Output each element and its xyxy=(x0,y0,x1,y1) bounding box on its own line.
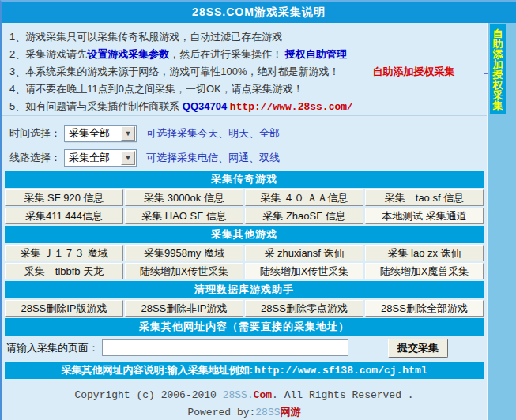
line-select-label: 线路选择： xyxy=(9,151,61,165)
auth-manage-link[interactable]: 授权自助管理 xyxy=(285,48,347,60)
note-bar: 采集其他网址内容说明:输入采集地址例如: http://www.sf138.co… xyxy=(5,362,484,379)
collect-3000ok-button[interactable]: 采集 3000ok 信息 xyxy=(125,189,243,206)
section-header-cleanup: 清理数据库游戏助手 xyxy=(5,281,484,298)
delete-ip-games-button[interactable]: 28SS删除IP版游戏 xyxy=(5,300,123,317)
instruction-2-mid: ，然后在进行采集操作！ xyxy=(169,48,285,60)
collect-laozx-button[interactable]: 采集 lao zx 诛仙 xyxy=(365,245,484,261)
body-row: 1、游戏采集只可以采集传奇私服游戏，自动过滤已存在游戏 2、采集游戏请先设置游戏… xyxy=(2,23,516,420)
right-sidebar: 自助添加授权采集 xyxy=(488,23,516,420)
url-form: 请输入采集的页面： 提交采集 xyxy=(2,336,487,360)
instruction-3-text: 3、本系统采集的游戏来源于网络，游戏可靠性100%，绝对都是新游戏！ xyxy=(9,63,339,81)
homepage-link[interactable]: http://www.28ss.com/ xyxy=(230,101,353,113)
line-select-value: 采集全部 xyxy=(65,151,121,165)
example-url-link[interactable]: http://www.sf138.com/cj.html xyxy=(254,365,427,377)
page-title: 28SS.COM游戏采集说明 xyxy=(2,2,516,23)
table-row: 采集 Ｊ１７３ 魔域 采集9958my 魔域 采 zhuxiansf 诛仙 采集… xyxy=(5,245,484,261)
powered-brand-28ss: 28SS xyxy=(255,407,280,418)
set-params-link[interactable]: 设置游戏采集参数 xyxy=(87,48,169,60)
line-select[interactable]: 采集全部 ▼ xyxy=(64,149,137,167)
instruction-1: 1、游戏采集只可以采集传奇私服游戏，自动过滤已存在游戏 xyxy=(9,28,482,46)
instruction-2-text: 2、采集游戏请先 xyxy=(9,48,87,60)
collect-zhuxiansf-button[interactable]: 采 zhuxiansf 诛仙 xyxy=(245,245,363,261)
copyright-text: Copyright (c) 2006-2010 xyxy=(74,389,222,401)
powered-by-text: Powered by: xyxy=(187,407,255,418)
time-selector-row: 时间选择： 采集全部 ▼ 可选择采集今天、明天、全部 xyxy=(9,123,487,144)
upcoming-chuanshi-button-2[interactable]: 陆续增加X传世采集 xyxy=(245,263,363,279)
page: 28SS.COM游戏采集说明 1、游戏采集只可以采集传奇私服游戏，自动过滤已存在… xyxy=(0,0,516,420)
local-test-channel-button[interactable]: 本地测试 采集通道 xyxy=(365,208,484,224)
collect-9958my-button[interactable]: 采集9958my 魔域 xyxy=(125,245,243,261)
time-select[interactable]: 采集全部 ▼ xyxy=(64,125,137,142)
rights-text: . All Rights Reserved . xyxy=(272,389,413,401)
table-row: 采集411 444信息 采集 HAO SF 信息 采集 ZhaoSF 信息 本地… xyxy=(5,208,484,224)
collect-taosf-button[interactable]: 采集 tao sf 信息 xyxy=(365,189,484,206)
chevron-down-icon[interactable]: ▼ xyxy=(121,126,135,141)
section-header-url-capture: 采集其他网址内容（需要直接的采集地址） xyxy=(5,318,484,336)
powered-brand-wangyou: 网游 xyxy=(281,407,301,418)
url-input-label: 请输入采集的页面： xyxy=(6,341,99,355)
url-input[interactable] xyxy=(102,339,348,356)
instruction-5: 5、如有问题请与采集插件制作商联系 QQ34704 http://www.28s… xyxy=(9,98,482,116)
qq-contact: QQ34704 xyxy=(183,100,227,112)
instruction-3: 3、本系统采集的游戏来源于网络，游戏可靠性100%，绝对都是新游戏！自助添加授权… xyxy=(9,63,482,81)
table-row: 采集 tlbbfb 天龙 陆续增加X传世采集 陆续增加X传世采集 陆续增加X魔兽… xyxy=(5,263,484,279)
collect-sf920-button[interactable]: 采集 SF 920 信息 xyxy=(5,189,123,206)
section-header-other: 采集其他游戏 xyxy=(5,226,484,243)
main-content: 1、游戏采集只可以采集传奇私服游戏，自动过滤已存在游戏 2、采集游戏请先设置游戏… xyxy=(2,23,488,420)
chevron-down-icon[interactable]: ▼ xyxy=(121,151,135,165)
time-select-label: 时间选择： xyxy=(9,126,61,141)
collect-tlbbfb-button[interactable]: 采集 tlbbfb 天龙 xyxy=(5,263,123,279)
time-select-value: 采集全部 xyxy=(65,126,121,141)
instruction-2: 2、采集游戏请先设置游戏采集参数，然后在进行采集操作！ 授权自助管理 xyxy=(9,46,482,63)
line-selector-row: 线路选择： 采集全部 ▼ 可选择采集电信、网通、双线 xyxy=(9,148,487,168)
delete-all-games-button[interactable]: 28SS删除全部游戏 xyxy=(365,300,484,317)
selector-area: 时间选择： 采集全部 ▼ 可选择采集今天、明天、全部 线路选择： 采集全部 ▼ … xyxy=(2,116,487,169)
brand-com: Com xyxy=(254,389,272,401)
section-header-legend: 采集传奇游戏 xyxy=(5,171,484,188)
self-auth-collect-link[interactable]: 自助添加授权采集 xyxy=(372,63,454,81)
delete-midnight-games-button[interactable]: 28SS删除零点游戏 xyxy=(245,300,363,317)
instruction-5-text: 5、如有问题请与采集插件制作商联系 xyxy=(9,100,183,112)
collect-haosf-button[interactable]: 采集 HAO SF 信息 xyxy=(125,208,243,224)
upcoming-chuanshi-button-1[interactable]: 陆续增加X传世采集 xyxy=(125,263,243,279)
table-row: 28SS删除IP版游戏 28SS删除非IP游戏 28SS删除零点游戏 28SS删… xyxy=(5,300,484,317)
instruction-4: 4、请不要在晚上11点到0点之间采集，一切OK，请点采集游戏！ xyxy=(9,81,482,98)
copyright-line: Copyright (c) 2006-2010 28SS.Com. All Ri… xyxy=(2,387,487,404)
submit-collect-button[interactable]: 提交采集 xyxy=(388,339,448,358)
delete-nonip-games-button[interactable]: 28SS删除非IP游戏 xyxy=(125,300,243,317)
collect-table: 采集传奇游戏 采集 SF 920 信息 采集 3000ok 信息 采集 ４０ Ａ… xyxy=(5,171,484,336)
instructions-list: 1、游戏采集只可以采集传奇私服游戏，自动过滤已存在游戏 2、采集游戏请先设置游戏… xyxy=(2,23,487,116)
collect-411-444-button[interactable]: 采集411 444信息 xyxy=(5,208,123,224)
table-row: 采集 SF 920 信息 采集 3000ok 信息 采集 ４０ ＡＡ信息 采集 … xyxy=(5,189,484,206)
brand-28ss: 28SS. xyxy=(223,389,254,401)
powered-by-line: Powered by:28SS网游 xyxy=(2,404,487,420)
collect-40aa-button[interactable]: 采集 ４０ ＡＡ信息 xyxy=(245,189,363,206)
upcoming-moshou-button[interactable]: 陆续增加X魔兽采集 xyxy=(365,263,484,279)
time-select-desc: 可选择采集今天、明天、全部 xyxy=(146,126,280,141)
footer: Copyright (c) 2006-2010 28SS.Com. All Ri… xyxy=(2,379,487,420)
collect-zhaosf-button[interactable]: 采集 ZhaoSF 信息 xyxy=(245,208,363,224)
note-label: 采集其他网址内容说明:输入采集地址例如: xyxy=(61,363,253,377)
self-auth-vertical-banner[interactable]: 自助添加授权采集 xyxy=(490,24,506,114)
collect-j173-button[interactable]: 采集 Ｊ１７３ 魔域 xyxy=(5,245,123,261)
line-select-desc: 可选择采集电信、网通、双线 xyxy=(146,151,280,165)
